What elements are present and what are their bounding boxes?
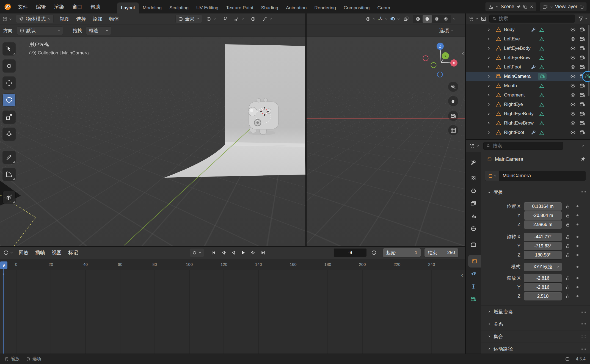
workspace-tab-uv-editing[interactable]: UV Editing	[192, 2, 222, 13]
outliner-editor-icon[interactable]	[468, 16, 474, 21]
options-dropdown[interactable]: 选项	[437, 26, 456, 35]
zoom-button[interactable]	[448, 82, 458, 92]
number-field[interactable]: 0.13164 m	[524, 202, 562, 211]
hide-in-viewport-toggle[interactable]	[570, 64, 576, 70]
disable-in-renders-toggle[interactable]	[579, 130, 585, 135]
workspace-tab-shading[interactable]: Shading	[257, 2, 282, 13]
disable-in-renders-toggle[interactable]	[579, 36, 585, 42]
play-reverse-button[interactable]	[229, 249, 238, 257]
overlays-icon[interactable]	[390, 16, 395, 21]
lock-icon[interactable]	[565, 213, 570, 218]
lock-icon[interactable]	[565, 253, 570, 258]
cursor-tool[interactable]	[3, 60, 15, 72]
current-frame-field[interactable]: -9	[333, 248, 367, 257]
collapsed-panel-0[interactable]: 增量变换	[481, 305, 590, 318]
drag-selector[interactable]: 框选	[86, 26, 111, 35]
filter-icon[interactable]	[578, 16, 583, 21]
timeline-ruler[interactable]: 9 020406080100120140160180200220240	[0, 259, 465, 270]
constraints-tab[interactable]	[466, 280, 481, 293]
3d-scene[interactable]	[0, 37, 305, 246]
lock-icon[interactable]	[565, 276, 570, 281]
lock-icon[interactable]	[565, 294, 570, 299]
falloff-selector[interactable]	[260, 15, 275, 23]
frame-start-field[interactable]: 起始 1	[383, 248, 421, 257]
close-icon[interactable]	[530, 5, 534, 9]
workspace-tab-rendering[interactable]: Rendering	[311, 2, 340, 13]
topbar-menu-0[interactable]: 文件	[14, 2, 32, 12]
lock-icon[interactable]	[565, 222, 570, 227]
topbar-menu-2[interactable]: 渲染	[50, 2, 68, 12]
animate-property-dot[interactable]	[577, 254, 578, 256]
add-cube-tool[interactable]	[3, 191, 15, 204]
object-data-tab[interactable]	[466, 293, 481, 305]
outliner-scrollbar[interactable]	[588, 25, 589, 96]
disable-in-renders-toggle[interactable]	[579, 102, 585, 107]
pin-icon[interactable]	[581, 156, 586, 161]
lock-icon[interactable]	[565, 244, 570, 249]
navigation-gizmo[interactable]: Z Y X	[423, 43, 458, 77]
jump-to-start-button[interactable]	[209, 249, 218, 257]
measure-tool[interactable]	[3, 168, 15, 181]
physics-tab[interactable]	[466, 268, 481, 280]
topbar-menu-1[interactable]: 编辑	[32, 2, 50, 12]
timeline-menu-1[interactable]: 插帧	[32, 249, 48, 257]
hide-in-viewport-toggle[interactable]	[570, 46, 576, 51]
next-keyframe-button[interactable]	[249, 249, 258, 257]
animate-property-dot[interactable]	[577, 214, 578, 216]
hide-in-viewport-toggle[interactable]	[570, 102, 576, 107]
gizmo-x-label[interactable]: X	[453, 61, 455, 65]
playhead-label[interactable]: 9	[0, 261, 7, 269]
hide-in-viewport-toggle[interactable]	[570, 111, 576, 117]
hide-in-viewport-toggle[interactable]	[570, 92, 576, 98]
gizmo-z-label[interactable]: Z	[439, 44, 441, 48]
viewport-menu-3[interactable]: 物体	[106, 15, 122, 23]
blender-logo-icon[interactable]	[4, 3, 12, 11]
outliner-row[interactable]: RightEyeBrow	[466, 118, 590, 128]
workspace-tab-compositing[interactable]: Compositing	[340, 2, 374, 13]
animate-property-dot[interactable]	[577, 205, 578, 207]
object-name-field[interactable]: MainCamera	[485, 171, 586, 181]
collapsed-panel-1[interactable]: 关系	[481, 318, 590, 330]
gizmos-icon[interactable]	[378, 16, 383, 21]
number-field[interactable]: 2.9866 m	[524, 220, 562, 229]
number-field[interactable]: -2.816	[524, 283, 562, 291]
rotation-mode-select[interactable]: XYZ 欧拉	[524, 263, 562, 271]
proportional-toggle[interactable]	[248, 15, 258, 23]
number-field[interactable]: -719.63°	[524, 242, 562, 250]
xray-toggle-icon[interactable]	[404, 16, 409, 21]
frame-end-field[interactable]: 结束 250	[424, 248, 458, 257]
viewport-menu-1[interactable]: 选择	[73, 15, 89, 23]
disable-in-renders-toggle[interactable]	[579, 27, 585, 32]
pan-button[interactable]	[448, 96, 458, 106]
snap-toggle[interactable]	[220, 15, 230, 23]
number-field[interactable]: 180.58°	[524, 251, 562, 259]
panel-collapse-arrow[interactable]: ‹	[462, 50, 464, 57]
timeline-editor-icon[interactable]	[3, 250, 9, 255]
id-type-segment[interactable]	[485, 171, 499, 181]
viewlayer-selector[interactable]: ViewLayer	[540, 2, 587, 11]
play-button[interactable]	[239, 249, 248, 257]
animate-property-dot[interactable]	[577, 236, 578, 238]
prev-keyframe-button[interactable]	[219, 249, 228, 257]
annotate-tool[interactable]	[3, 151, 15, 164]
animate-property-dot[interactable]	[577, 224, 578, 225]
disable-in-renders-toggle[interactable]	[579, 64, 585, 70]
new-viewlayer-icon[interactable]	[579, 4, 584, 9]
channel-expand-icon[interactable]	[2, 272, 5, 276]
3d-scene-right[interactable]: Z Y X	[307, 37, 465, 246]
timeline-menu-2[interactable]: 视图	[48, 249, 65, 257]
outliner-row[interactable]: Ornament	[466, 90, 590, 100]
mode-selector[interactable]: 物体模式	[16, 15, 54, 23]
lock-icon[interactable]	[565, 285, 570, 290]
workspace-tab-texture-paint[interactable]: Texture Paint	[222, 2, 257, 13]
render-tab[interactable]	[466, 172, 481, 184]
shading-material-button[interactable]	[432, 15, 441, 23]
orientation-selector[interactable]: 全局	[175, 15, 202, 23]
outliner-row[interactable]: LeftFoot	[466, 62, 590, 72]
workspace-tab-animation[interactable]: Animation	[282, 2, 311, 13]
animate-property-dot[interactable]	[577, 277, 578, 279]
disable-in-renders-toggle[interactable]	[579, 120, 585, 126]
direction-selector[interactable]: 默认	[17, 26, 63, 35]
disable-in-renders-toggle[interactable]	[579, 46, 585, 51]
disable-in-renders-toggle[interactable]	[579, 111, 585, 117]
